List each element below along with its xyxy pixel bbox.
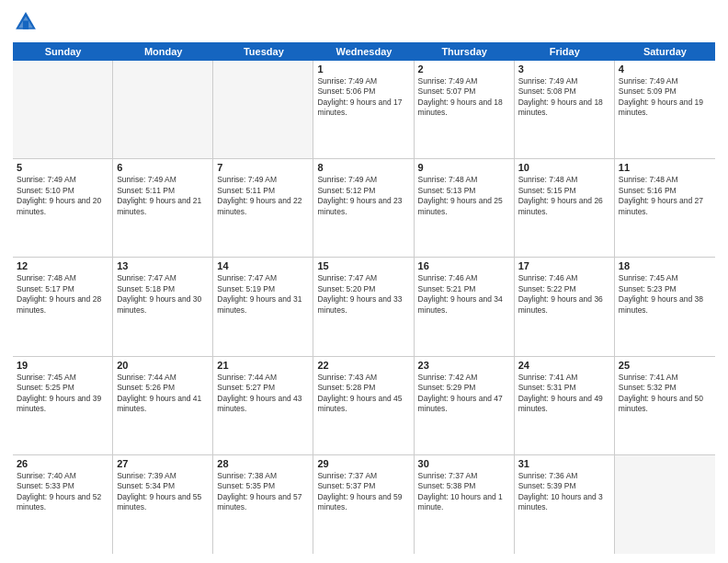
header-day-wednesday: Wednesday bbox=[313, 42, 414, 61]
day-info: Sunrise: 7:39 AM Sunset: 5:34 PM Dayligh… bbox=[117, 471, 209, 513]
calendar-week-4: 19Sunrise: 7:45 AM Sunset: 5:25 PM Dayli… bbox=[13, 357, 715, 455]
day-number: 10 bbox=[518, 162, 610, 173]
day-info: Sunrise: 7:49 AM Sunset: 5:11 PM Dayligh… bbox=[217, 175, 309, 217]
calendar-week-2: 5Sunrise: 7:49 AM Sunset: 5:10 PM Daylig… bbox=[13, 159, 715, 258]
day-cell-5: 5Sunrise: 7:49 AM Sunset: 5:10 PM Daylig… bbox=[13, 159, 113, 257]
day-number: 25 bbox=[619, 360, 711, 371]
day-info: Sunrise: 7:37 AM Sunset: 5:38 PM Dayligh… bbox=[418, 471, 510, 513]
day-info: Sunrise: 7:41 AM Sunset: 5:31 PM Dayligh… bbox=[518, 373, 610, 415]
calendar-body: 1Sunrise: 7:49 AM Sunset: 5:06 PM Daylig… bbox=[13, 61, 715, 554]
day-cell-4: 4Sunrise: 7:49 AM Sunset: 5:09 PM Daylig… bbox=[615, 61, 715, 158]
day-cell-1: 1Sunrise: 7:49 AM Sunset: 5:06 PM Daylig… bbox=[313, 61, 414, 158]
day-number: 8 bbox=[317, 162, 409, 173]
day-info: Sunrise: 7:47 AM Sunset: 5:18 PM Dayligh… bbox=[117, 273, 209, 316]
day-cell-15: 15Sunrise: 7:47 AM Sunset: 5:20 PM Dayli… bbox=[313, 258, 414, 355]
header-day-friday: Friday bbox=[515, 42, 615, 61]
header-day-thursday: Thursday bbox=[415, 42, 515, 61]
day-info: Sunrise: 7:48 AM Sunset: 5:15 PM Dayligh… bbox=[518, 175, 610, 217]
day-info: Sunrise: 7:37 AM Sunset: 5:37 PM Dayligh… bbox=[317, 471, 409, 513]
day-number: 18 bbox=[619, 260, 711, 271]
day-number: 2 bbox=[418, 63, 510, 75]
day-cell-23: 23Sunrise: 7:42 AM Sunset: 5:29 PM Dayli… bbox=[415, 357, 515, 454]
day-number: 23 bbox=[418, 360, 510, 371]
day-cell-19: 19Sunrise: 7:45 AM Sunset: 5:25 PM Dayli… bbox=[13, 357, 113, 454]
day-info: Sunrise: 7:49 AM Sunset: 5:07 PM Dayligh… bbox=[418, 76, 510, 119]
day-number: 30 bbox=[418, 458, 510, 469]
day-info: Sunrise: 7:48 AM Sunset: 5:13 PM Dayligh… bbox=[418, 175, 510, 217]
day-number: 7 bbox=[217, 162, 309, 173]
day-cell-2: 2Sunrise: 7:49 AM Sunset: 5:07 PM Daylig… bbox=[415, 61, 515, 158]
day-cell-3: 3Sunrise: 7:49 AM Sunset: 5:08 PM Daylig… bbox=[515, 61, 615, 158]
day-cell-31: 31Sunrise: 7:36 AM Sunset: 5:39 PM Dayli… bbox=[515, 455, 615, 554]
day-cell-18: 18Sunrise: 7:45 AM Sunset: 5:23 PM Dayli… bbox=[615, 258, 715, 355]
day-info: Sunrise: 7:44 AM Sunset: 5:26 PM Dayligh… bbox=[117, 373, 209, 415]
day-number: 6 bbox=[117, 162, 209, 173]
day-info: Sunrise: 7:44 AM Sunset: 5:27 PM Dayligh… bbox=[217, 373, 309, 415]
day-info: Sunrise: 7:45 AM Sunset: 5:25 PM Dayligh… bbox=[17, 373, 108, 415]
day-cell-25: 25Sunrise: 7:41 AM Sunset: 5:32 PM Dayli… bbox=[615, 357, 715, 454]
day-number: 29 bbox=[317, 458, 409, 469]
day-cell-12: 12Sunrise: 7:48 AM Sunset: 5:17 PM Dayli… bbox=[13, 258, 113, 355]
day-cell-30: 30Sunrise: 7:37 AM Sunset: 5:38 PM Dayli… bbox=[415, 455, 515, 554]
day-info: Sunrise: 7:41 AM Sunset: 5:32 PM Dayligh… bbox=[619, 373, 711, 415]
day-cell-8: 8Sunrise: 7:49 AM Sunset: 5:12 PM Daylig… bbox=[313, 159, 414, 257]
day-info: Sunrise: 7:45 AM Sunset: 5:23 PM Dayligh… bbox=[619, 273, 711, 316]
header-day-tuesday: Tuesday bbox=[213, 42, 313, 61]
calendar-week-5: 26Sunrise: 7:40 AM Sunset: 5:33 PM Dayli… bbox=[13, 455, 715, 554]
page: SundayMondayTuesdayWednesdayThursdayFrid… bbox=[0, 0, 728, 563]
day-info: Sunrise: 7:49 AM Sunset: 5:10 PM Dayligh… bbox=[17, 175, 108, 217]
day-info: Sunrise: 7:49 AM Sunset: 5:06 PM Dayligh… bbox=[317, 76, 409, 119]
day-number: 12 bbox=[17, 260, 108, 271]
logo-icon bbox=[13, 9, 39, 35]
empty-cell bbox=[113, 61, 213, 158]
calendar-week-3: 12Sunrise: 7:48 AM Sunset: 5:17 PM Dayli… bbox=[13, 258, 715, 356]
day-info: Sunrise: 7:43 AM Sunset: 5:28 PM Dayligh… bbox=[317, 373, 409, 415]
day-number: 28 bbox=[217, 458, 309, 469]
empty-cell bbox=[13, 61, 113, 158]
day-info: Sunrise: 7:42 AM Sunset: 5:29 PM Dayligh… bbox=[418, 373, 510, 415]
day-info: Sunrise: 7:46 AM Sunset: 5:22 PM Dayligh… bbox=[518, 273, 610, 316]
day-cell-17: 17Sunrise: 7:46 AM Sunset: 5:22 PM Dayli… bbox=[515, 258, 615, 355]
day-number: 24 bbox=[518, 360, 610, 371]
day-number: 9 bbox=[418, 162, 510, 173]
day-info: Sunrise: 7:48 AM Sunset: 5:17 PM Dayligh… bbox=[17, 273, 108, 316]
header bbox=[13, 9, 715, 35]
day-cell-11: 11Sunrise: 7:48 AM Sunset: 5:16 PM Dayli… bbox=[615, 159, 715, 257]
day-number: 17 bbox=[518, 260, 610, 271]
day-cell-14: 14Sunrise: 7:47 AM Sunset: 5:19 PM Dayli… bbox=[213, 258, 313, 355]
day-cell-7: 7Sunrise: 7:49 AM Sunset: 5:11 PM Daylig… bbox=[213, 159, 313, 257]
calendar-week-1: 1Sunrise: 7:49 AM Sunset: 5:06 PM Daylig… bbox=[13, 61, 715, 159]
day-info: Sunrise: 7:49 AM Sunset: 5:12 PM Dayligh… bbox=[317, 175, 409, 217]
day-cell-21: 21Sunrise: 7:44 AM Sunset: 5:27 PM Dayli… bbox=[213, 357, 313, 454]
day-info: Sunrise: 7:49 AM Sunset: 5:11 PM Dayligh… bbox=[117, 175, 209, 217]
day-number: 14 bbox=[217, 260, 309, 271]
day-number: 21 bbox=[217, 360, 309, 371]
day-number: 16 bbox=[418, 260, 510, 271]
header-day-sunday: Sunday bbox=[13, 42, 113, 61]
day-number: 3 bbox=[518, 63, 610, 75]
day-cell-13: 13Sunrise: 7:47 AM Sunset: 5:18 PM Dayli… bbox=[113, 258, 213, 355]
calendar-header: SundayMondayTuesdayWednesdayThursdayFrid… bbox=[13, 42, 715, 61]
day-number: 20 bbox=[117, 360, 209, 371]
day-cell-16: 16Sunrise: 7:46 AM Sunset: 5:21 PM Dayli… bbox=[415, 258, 515, 355]
empty-cell bbox=[615, 455, 715, 554]
day-cell-26: 26Sunrise: 7:40 AM Sunset: 5:33 PM Dayli… bbox=[13, 455, 113, 554]
svg-rect-2 bbox=[23, 20, 28, 29]
day-number: 5 bbox=[17, 162, 108, 173]
header-day-saturday: Saturday bbox=[615, 42, 715, 61]
day-cell-22: 22Sunrise: 7:43 AM Sunset: 5:28 PM Dayli… bbox=[313, 357, 414, 454]
day-number: 4 bbox=[619, 63, 711, 75]
calendar: SundayMondayTuesdayWednesdayThursdayFrid… bbox=[13, 42, 715, 554]
day-number: 27 bbox=[117, 458, 209, 469]
day-cell-10: 10Sunrise: 7:48 AM Sunset: 5:15 PM Dayli… bbox=[515, 159, 615, 257]
day-number: 31 bbox=[518, 458, 610, 469]
day-number: 26 bbox=[17, 458, 108, 469]
logo bbox=[13, 9, 42, 35]
day-number: 15 bbox=[317, 260, 409, 271]
day-info: Sunrise: 7:49 AM Sunset: 5:08 PM Dayligh… bbox=[518, 76, 610, 119]
day-info: Sunrise: 7:40 AM Sunset: 5:33 PM Dayligh… bbox=[17, 471, 108, 513]
day-number: 19 bbox=[17, 360, 108, 371]
day-number: 1 bbox=[317, 63, 409, 75]
day-info: Sunrise: 7:36 AM Sunset: 5:39 PM Dayligh… bbox=[518, 471, 610, 513]
day-cell-27: 27Sunrise: 7:39 AM Sunset: 5:34 PM Dayli… bbox=[113, 455, 213, 554]
